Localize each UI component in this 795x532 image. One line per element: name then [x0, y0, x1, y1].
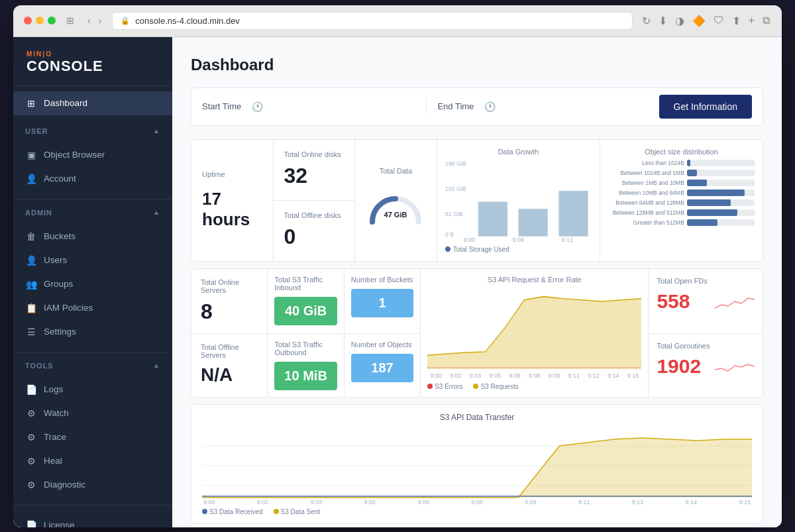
offline-disks-label: Total Offline disks	[284, 211, 344, 219]
chart-x-label-911: 9:11	[561, 237, 573, 243]
data-transfer-chart-svg	[202, 426, 752, 499]
sidebar-toggle-button[interactable]: ⊞	[64, 14, 77, 27]
heal-icon: ⚙	[25, 455, 37, 467]
obj-bar-track	[687, 209, 755, 216]
sidebar-item-diagnostic[interactable]: ⚙ Diagnostic	[13, 473, 172, 497]
tabs-button[interactable]: ⧉	[761, 13, 771, 28]
logo-console: CONSOLE	[26, 58, 159, 75]
address-bar[interactable]: 🔒 console.ns-4.cloud.min.dev	[112, 12, 632, 30]
url-text: console.ns-4.cloud.min.dev	[135, 16, 240, 26]
sidebar-item-label-dashboard: Dashboard	[44, 98, 87, 108]
sidebar-item-trace[interactable]: ⚙ Trace	[13, 425, 172, 449]
obj-bar-fill	[687, 219, 717, 226]
logo-area: MIN|O CONSOLE	[13, 37, 172, 86]
data-growth-title: Data Growth	[445, 148, 592, 156]
get-information-button[interactable]: Get Information	[659, 95, 753, 119]
svg-marker-12	[202, 438, 752, 498]
s3-api-chart	[427, 286, 641, 369]
sidebar-item-account[interactable]: 👤 Account	[13, 167, 172, 191]
obj-bar-track	[687, 180, 755, 186]
obj-bar-row: Between 10MB and 64MB	[608, 189, 755, 196]
object-size-card: Object size distribution Less than 1024B…	[600, 140, 763, 261]
obj-bar-label: Between 10MB and 64MB	[608, 189, 684, 196]
watch-icon: ⚙	[25, 407, 37, 419]
sidebar-item-iam-policies[interactable]: 📋 IAM Policies	[13, 296, 172, 320]
users-icon: 👤	[25, 254, 37, 266]
sidebar-item-buckets[interactable]: 🗑 Buckets	[13, 225, 172, 248]
num-objects-card: Number of Objects 187	[344, 334, 420, 397]
iam-icon: 📋	[25, 302, 37, 314]
data-transfer-title: S3 API Data Transfer	[202, 413, 752, 422]
num-buckets-card: Number of Buckets 1	[344, 269, 420, 333]
end-time-input[interactable]: 🕐	[484, 101, 648, 112]
data-growth-chart: 190 GiB 102 GiB 51 GiB 0 B	[445, 158, 592, 238]
obj-bar-track	[687, 170, 755, 176]
time-divider	[426, 99, 427, 115]
traffic-outbound-value: 10 MiB	[284, 368, 327, 383]
s3-requests-legend-label: S3 Requests	[480, 383, 518, 390]
download-button[interactable]: ⬇	[657, 13, 668, 28]
tools-section-header: TOOLS ▲	[13, 355, 172, 372]
object-size-title: Object size distribution	[608, 148, 755, 156]
sidebar-label-license: License	[44, 520, 75, 527]
obj-bar-fill	[687, 199, 731, 206]
data-growth-card: Data Growth 190 GiB 102 GiB 51 GiB 0 B	[437, 140, 600, 261]
minimize-button[interactable]	[36, 17, 44, 25]
sidebar-item-logs[interactable]: 📄 Logs	[13, 378, 172, 401]
obj-bar-row: Between 64MB and 128MB	[608, 199, 755, 206]
sidebar-item-dashboard[interactable]: ⊞ Dashboard	[13, 91, 172, 115]
sidebar-item-settings[interactable]: ☰ Settings	[13, 320, 172, 344]
start-time-input[interactable]: 🕐	[252, 101, 415, 112]
tools-chevron-icon: ▲	[153, 362, 160, 369]
back-button[interactable]: ‹	[85, 14, 93, 27]
settings-icon: ☰	[25, 326, 37, 338]
sidebar-item-groups[interactable]: 👥 Groups	[13, 272, 172, 296]
obj-bar-row: Between 1MB and 10MB	[608, 180, 755, 186]
online-disks-label: Total Online disks	[284, 150, 344, 158]
num-buckets-label: Number of Buckets	[351, 276, 413, 284]
theme-button[interactable]: ◑	[674, 13, 686, 28]
shield-button[interactable]: 🛡	[712, 13, 725, 28]
svg-text:190 GiB: 190 GiB	[445, 160, 466, 166]
close-button[interactable]	[24, 17, 32, 25]
obj-bar-row: Greater than 512MB	[608, 219, 755, 226]
obj-bar-track	[687, 189, 755, 196]
user-chevron-icon: ▲	[153, 127, 160, 134]
num-objects-value: 187	[371, 360, 393, 375]
sidebar-item-object-browser[interactable]: ▣ Object Browser	[13, 143, 172, 167]
maximize-button[interactable]	[48, 17, 56, 25]
data-received-legend-dot	[202, 509, 207, 514]
logs-icon: 📄	[25, 384, 37, 396]
offline-servers-card: Total Offline Servers N/A	[191, 334, 267, 397]
sidebar-item-users[interactable]: 👤 Users	[13, 248, 172, 272]
obj-bar-label: Between 1MB and 10MB	[608, 180, 684, 186]
svg-rect-6	[518, 209, 547, 236]
online-servers-label: Total Online Servers	[201, 278, 258, 294]
add-tab-button[interactable]: +	[747, 13, 756, 28]
refresh-button[interactable]: ↻	[641, 13, 652, 28]
svg-marker-8	[427, 296, 641, 368]
s3-errors-legend-dot	[427, 384, 433, 389]
total-data-card: Total Data 47 GiB	[355, 140, 437, 261]
chart-x-label-900: 9:00	[464, 237, 476, 243]
storage-legend-dot	[445, 246, 450, 252]
time-controls: Start Time 🕐 End Time 🕐 Get Information	[191, 87, 763, 126]
sidebar-item-heal[interactable]: ⚙ Heal	[13, 449, 172, 473]
sidebar-item-license[interactable]: 📄 License	[13, 513, 172, 527]
obj-bar-label: Greater than 512MB	[608, 219, 684, 226]
obj-bar-row: Less than 1024B	[608, 160, 755, 166]
uptime-value: 17 hours	[202, 189, 262, 230]
extensions-button[interactable]: 🔶	[691, 13, 707, 28]
goroutines-sparkline	[715, 356, 755, 376]
data-received-legend-label: S3 Data Received	[209, 508, 263, 515]
share-button[interactable]: ⬆	[731, 13, 742, 28]
svg-text:47 GiB: 47 GiB	[384, 211, 407, 219]
sidebar-label-trace: Trace	[44, 432, 66, 442]
traffic-inbound-value: 40 GiB	[285, 303, 327, 318]
sidebar-item-watch[interactable]: ⚙ Watch	[13, 401, 172, 425]
sidebar-label-diagnostic: Diagnostic	[44, 480, 85, 490]
forward-button[interactable]: ›	[96, 14, 105, 27]
sidebar-label-settings: Settings	[44, 327, 76, 337]
obj-bar-label: Between 1024B and 1MB	[608, 170, 684, 176]
account-icon: 👤	[25, 173, 37, 185]
